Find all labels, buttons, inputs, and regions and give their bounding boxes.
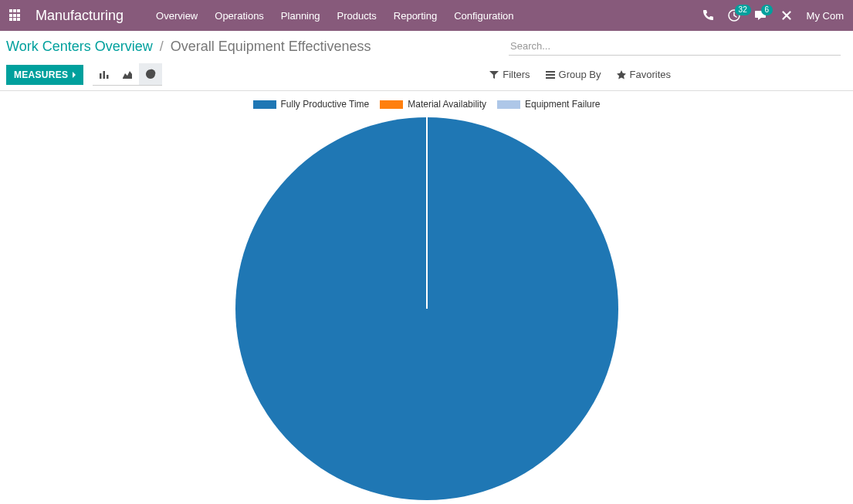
search-box[interactable] <box>509 37 841 56</box>
chart-type-toggle <box>93 63 162 86</box>
apps-icon[interactable] <box>9 9 22 22</box>
search-options: Filters Group By Favorites <box>489 69 841 80</box>
legend-item-2[interactable]: Equipment Failure <box>497 99 600 110</box>
bar-chart-button[interactable] <box>93 63 116 85</box>
list-icon <box>546 70 555 79</box>
group-by-label: Group By <box>559 69 601 80</box>
navbar-right: 32 6 My Com <box>702 9 844 22</box>
line-chart-button[interactable] <box>116 63 139 85</box>
menu-overview[interactable]: Overview <box>156 10 198 22</box>
search-input[interactable] <box>509 37 841 55</box>
star-icon <box>617 70 626 79</box>
messages-badge: 6 <box>761 5 773 15</box>
legend-label-2: Equipment Failure <box>525 99 600 110</box>
breadcrumb-separator: / <box>160 39 164 54</box>
measures-label: MEASURES <box>14 69 68 80</box>
legend-item-1[interactable]: Material Availability <box>380 99 486 110</box>
breadcrumb-current: Overall Equipment Effectiveness <box>171 39 371 54</box>
svg-rect-4 <box>546 71 555 73</box>
company-selector[interactable]: My Com <box>807 10 844 22</box>
filters-label: Filters <box>503 69 530 80</box>
control-panel: Work Centers Overview / Overall Equipmen… <box>0 31 853 91</box>
breadcrumb-parent[interactable]: Work Centers Overview <box>6 39 153 54</box>
svg-rect-5 <box>546 74 555 76</box>
legend-item-0[interactable]: Fully Productive Time <box>253 99 370 110</box>
legend-label-1: Material Availability <box>408 99 486 110</box>
svg-rect-3 <box>107 75 109 79</box>
legend-swatch-1 <box>380 100 403 109</box>
activities-icon[interactable]: 32 <box>728 9 740 22</box>
breadcrumb: Work Centers Overview / Overall Equipmen… <box>6 37 509 55</box>
menu-products[interactable]: Products <box>337 10 376 22</box>
measures-button[interactable]: MEASURES <box>6 65 83 85</box>
svg-rect-2 <box>103 71 106 79</box>
menu-planning[interactable]: Planning <box>281 10 320 22</box>
favorites-button[interactable]: Favorites <box>617 69 671 80</box>
settings-icon[interactable] <box>780 9 793 22</box>
menu-reporting[interactable]: Reporting <box>394 10 437 22</box>
main-menu: Overview Operations Planning Products Re… <box>156 10 702 22</box>
svg-rect-6 <box>546 77 555 79</box>
pie-chart-icon <box>145 69 156 79</box>
phone-icon[interactable] <box>702 9 714 22</box>
filter-icon <box>489 70 499 79</box>
caret-right-icon <box>73 72 76 78</box>
messages-icon[interactable]: 6 <box>754 9 767 22</box>
bar-chart-icon <box>99 69 110 79</box>
menu-configuration[interactable]: Configuration <box>454 10 513 22</box>
app-brand[interactable]: Manufacturing <box>36 8 124 24</box>
legend-label-0: Fully Productive Time <box>281 99 370 110</box>
line-chart-icon <box>122 69 133 79</box>
group-by-button[interactable]: Group By <box>546 69 601 80</box>
pie-chart-button[interactable] <box>139 63 162 85</box>
menu-operations[interactable]: Operations <box>215 10 264 22</box>
legend-swatch-2 <box>497 100 520 109</box>
top-navbar: Manufacturing Overview Operations Planni… <box>0 0 853 31</box>
pie-chart <box>234 116 620 502</box>
activities-badge: 32 <box>735 5 751 15</box>
favorites-label: Favorites <box>630 69 671 80</box>
svg-rect-1 <box>100 73 102 79</box>
legend-swatch-0 <box>253 100 276 109</box>
chart-legend: Fully Productive Time Material Availabil… <box>253 99 601 110</box>
chart-area: Fully Productive Time Material Availabil… <box>0 91 853 502</box>
filters-button[interactable]: Filters <box>489 69 530 80</box>
